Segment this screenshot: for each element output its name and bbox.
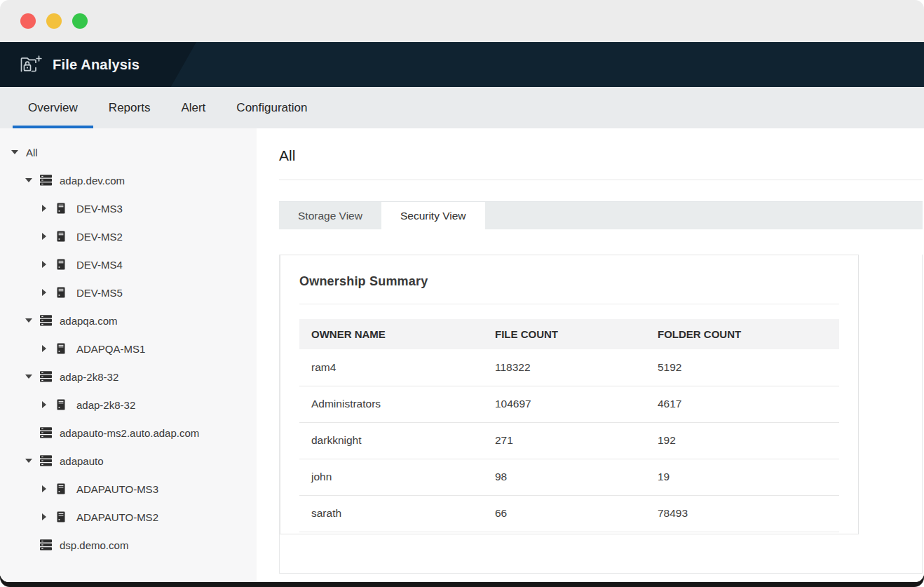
nav-tab-reports[interactable]: Reports [93, 87, 166, 128]
table-header-row: OWNER NAMEFILE COUNTFOLDER COUNT [299, 319, 839, 349]
tree-item-dev-ms3-2[interactable]: DEV-MS3 [0, 194, 257, 222]
sidebar-tree: Alladap.dev.comDEV-MS3DEV-MS2DEV-MS4DEV-… [0, 128, 257, 582]
tree-item-label: adapauto-ms2.auto.adap.com [60, 427, 199, 439]
app-header: File Analysis [0, 42, 924, 87]
domain-icon [40, 427, 53, 438]
cell-folder-count: 192 [646, 422, 839, 459]
content-area: Alladap.dev.comDEV-MS3DEV-MS2DEV-MS4DEV-… [0, 128, 924, 582]
nav-tab-alert[interactable]: Alert [165, 87, 221, 128]
column-header-file-count: FILE COUNT [483, 319, 646, 349]
close-window-button[interactable] [20, 13, 36, 29]
table-row-sarath: sarath6678493 [299, 495, 839, 532]
domain-icon [40, 175, 53, 186]
tree-item-adapauto-ms3-12[interactable]: ADAPAUTO-MS3 [0, 475, 257, 503]
tree-item-adapauto-ms2-auto-adap-com-10[interactable]: adapauto-ms2.auto.adap.com [0, 419, 257, 447]
table-row-john: john9819 [299, 459, 839, 495]
domain-icon [40, 539, 53, 551]
cell-file-count: 104697 [483, 386, 646, 422]
tree-item-label: adap-2k8-32 [60, 371, 118, 383]
cell-file-count: 271 [483, 422, 646, 459]
caret-right-icon[interactable] [42, 233, 50, 240]
column-header-owner-name: OWNER NAME [299, 319, 483, 349]
table-row-administrators: Administrators1046974617 [299, 386, 839, 422]
tree-item-label: DEV-MS5 [76, 287, 123, 299]
view-tab-storage-view[interactable]: Storage View [279, 202, 381, 229]
caret-down-icon[interactable] [11, 150, 20, 154]
tree-item-label: DEV-MS4 [76, 259, 123, 271]
tree-item-adap-dev-com-1[interactable]: adap.dev.com [0, 166, 257, 194]
cell-folder-count: 19 [646, 459, 839, 495]
server-icon [57, 287, 69, 298]
tree-item-label: adap.dev.com [60, 175, 125, 187]
cell-file-count: 66 [483, 495, 646, 532]
caret-down-icon[interactable] [25, 459, 34, 463]
tree-item-adapauto-ms2-13[interactable]: ADAPAUTO-MS2 [0, 503, 257, 531]
tree-item-dev-ms2-3[interactable]: DEV-MS2 [0, 222, 257, 250]
caret-down-icon[interactable] [25, 178, 34, 182]
server-icon [57, 483, 69, 494]
caret-right-icon[interactable] [42, 261, 50, 268]
caret-right-icon[interactable] [42, 485, 50, 492]
cell-owner: ram4 [299, 349, 483, 386]
caret-right-icon[interactable] [42, 345, 50, 352]
tree-item-dsp-demo-com-14[interactable]: dsp.demo.com [0, 531, 257, 559]
server-icon [57, 399, 69, 410]
column-header-folder-count: FOLDER COUNT [646, 319, 839, 349]
cell-owner: john [299, 459, 483, 495]
tree-item-label: ADAPAUTO-MS2 [76, 511, 158, 523]
heading-divider [279, 180, 923, 180]
domain-icon [40, 371, 53, 382]
tree-item-adap-2k8-32-8[interactable]: adap-2k8-32 [0, 363, 257, 391]
server-icon [57, 203, 69, 214]
tree-item-all-0[interactable]: All [0, 138, 257, 166]
tree-item-adapauto-11[interactable]: adapauto [0, 447, 257, 475]
tree-item-label: DEV-MS2 [76, 231, 123, 243]
caret-down-icon[interactable] [25, 318, 34, 323]
window-titlebar [0, 0, 924, 42]
server-icon [57, 231, 69, 242]
tree-item-dev-ms4-4[interactable]: DEV-MS4 [0, 250, 257, 278]
cell-file-count: 118322 [483, 349, 646, 386]
table-row-ram4: ram41183225192 [299, 349, 839, 386]
minimize-window-button[interactable] [46, 13, 62, 29]
caret-right-icon[interactable] [42, 513, 50, 520]
ownership-summary-table: OWNER NAMEFILE COUNTFOLDER COUNT ram4118… [299, 319, 839, 532]
caret-right-icon[interactable] [42, 205, 50, 212]
cell-folder-count: 4617 [646, 386, 839, 422]
tree-item-label: adapauto [60, 455, 104, 467]
caret-right-icon[interactable] [42, 401, 50, 408]
cell-owner: darkknight [299, 422, 483, 459]
page-title: All [279, 144, 923, 168]
nav-tab-overview[interactable]: Overview [13, 87, 93, 128]
view-tabs-filler [485, 202, 923, 229]
card-title: Ownership Summary [299, 255, 839, 290]
app-window: File Analysis OverviewReportsAlertConfig… [0, 0, 924, 582]
cell-owner: sarath [299, 495, 483, 532]
table-row-darkknight: darkknight271192 [299, 422, 839, 459]
screenshot-canvas: File Analysis OverviewReportsAlertConfig… [0, 0, 924, 587]
caret-down-icon[interactable] [25, 375, 34, 379]
server-icon [57, 259, 69, 270]
tree-item-adapqa-com-6[interactable]: adapqa.com [0, 306, 257, 335]
cell-file-count: 98 [483, 459, 646, 495]
cell-owner: Administrators [299, 386, 483, 422]
caret-right-icon[interactable] [42, 289, 50, 296]
tree-item-label: ADAPQA-MS1 [76, 343, 145, 355]
main-panel: All Storage ViewSecurity View Ownership … [257, 128, 924, 582]
domain-icon [40, 315, 53, 326]
zoom-window-button[interactable] [72, 13, 88, 29]
card-divider [299, 304, 839, 304]
folder-lock-plus-icon [20, 55, 42, 74]
tree-item-adap-2k8-32-9[interactable]: adap-2k8-32 [0, 391, 257, 419]
nav-tab-configuration[interactable]: Configuration [221, 87, 322, 128]
tree-item-dev-ms5-5[interactable]: DEV-MS5 [0, 278, 257, 306]
server-icon [57, 343, 69, 354]
tree-item-label: adapqa.com [60, 315, 118, 327]
view-tab-security-view[interactable]: Security View [381, 202, 485, 229]
domain-icon [40, 455, 53, 466]
cell-folder-count: 78493 [646, 495, 839, 532]
ownership-summary-card: Ownership Summary OWNER NAMEFILE COUNTFO… [280, 255, 859, 534]
tree-item-label: adap-2k8-32 [76, 399, 135, 411]
tree-item-adapqa-ms1-7[interactable]: ADAPQA-MS1 [0, 335, 257, 363]
tree-item-label: DEV-MS3 [76, 203, 123, 215]
